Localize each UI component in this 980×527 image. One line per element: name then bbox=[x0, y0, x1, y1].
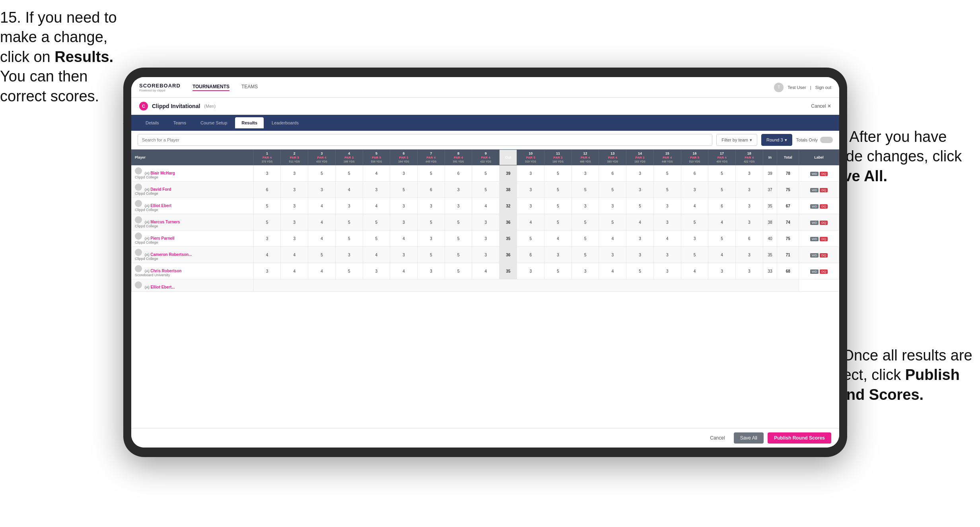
wd-label[interactable]: WD bbox=[810, 172, 819, 176]
wd-label[interactable]: WD bbox=[810, 188, 819, 192]
hole-11-score[interactable]: 5 bbox=[544, 263, 572, 279]
dq-label[interactable]: DQ bbox=[820, 237, 828, 241]
hole-4-score[interactable]: 5 bbox=[335, 263, 363, 279]
hole-11-score[interactable]: 3 bbox=[544, 247, 572, 263]
hole-14-score[interactable]: 3 bbox=[626, 165, 654, 182]
hole-12-score[interactable]: 5 bbox=[572, 214, 599, 231]
hole-10-score[interactable]: 3 bbox=[517, 198, 544, 214]
hole-6-score[interactable]: 4 bbox=[390, 231, 418, 247]
hole-6-score[interactable]: 3 bbox=[390, 198, 418, 214]
hole-14-score[interactable]: 4 bbox=[626, 214, 654, 231]
hole-17-score[interactable]: 3 bbox=[708, 263, 736, 279]
hole-14-score[interactable]: 5 bbox=[626, 263, 654, 279]
totals-toggle-switch[interactable] bbox=[820, 137, 833, 143]
hole-16-score[interactable]: 5 bbox=[681, 214, 708, 231]
wd-label[interactable]: WD bbox=[810, 253, 819, 258]
hole-14-score[interactable]: 3 bbox=[626, 247, 654, 263]
signout-link[interactable]: Sign out bbox=[815, 85, 831, 90]
hole-12-score[interactable]: 3 bbox=[572, 263, 599, 279]
cancel-button[interactable]: Cancel bbox=[705, 433, 729, 443]
hole-11-score[interactable]: 4 bbox=[544, 231, 572, 247]
hole-8-score[interactable]: 6 bbox=[445, 165, 472, 182]
wd-label[interactable]: WD bbox=[810, 237, 819, 241]
hole-12-score[interactable]: 3 bbox=[572, 165, 599, 182]
hole-9-score[interactable]: 3 bbox=[472, 231, 500, 247]
hole-1-score[interactable]: 5 bbox=[253, 198, 281, 214]
round-selector-button[interactable]: Round 3 ▾ bbox=[761, 134, 792, 146]
hole-8-score[interactable]: 5 bbox=[445, 214, 472, 231]
hole-2-score[interactable]: 3 bbox=[281, 214, 308, 231]
hole-4-score[interactable]: 3 bbox=[335, 247, 363, 263]
hole-1-score[interactable]: 5 bbox=[253, 214, 281, 231]
hole-3-score[interactable]: 4 bbox=[308, 263, 336, 279]
hole-8-score[interactable]: 5 bbox=[445, 247, 472, 263]
hole-13-score[interactable]: 3 bbox=[599, 198, 626, 214]
hole-17-score[interactable]: 5 bbox=[708, 182, 736, 198]
hole-6-score[interactable]: 3 bbox=[390, 165, 418, 182]
hole-10-score[interactable]: 3 bbox=[517, 165, 544, 182]
hole-13-score[interactable]: 3 bbox=[599, 247, 626, 263]
hole-16-score[interactable]: 4 bbox=[681, 198, 708, 214]
hole-10-score[interactable]: 6 bbox=[517, 247, 544, 263]
hole-1-score[interactable]: 3 bbox=[253, 231, 281, 247]
hole-12-score[interactable]: 5 bbox=[572, 247, 599, 263]
hole-9-score[interactable]: 4 bbox=[472, 198, 500, 214]
hole-17-score[interactable]: 4 bbox=[708, 214, 736, 231]
hole-3-score[interactable]: 4 bbox=[308, 214, 336, 231]
hole-17-score[interactable]: 5 bbox=[708, 231, 736, 247]
hole-3-score[interactable]: 3 bbox=[308, 182, 336, 198]
hole-12-score[interactable]: 5 bbox=[572, 231, 599, 247]
hole-4-score[interactable]: 5 bbox=[335, 165, 363, 182]
hole-15-score[interactable]: 3 bbox=[653, 263, 681, 279]
hole-7-score[interactable]: 5 bbox=[417, 214, 445, 231]
hole-5-score[interactable]: 4 bbox=[363, 247, 390, 263]
tab-results[interactable]: Results bbox=[235, 117, 264, 128]
hole-5-score[interactable]: 5 bbox=[363, 231, 390, 247]
hole-15-score[interactable]: 3 bbox=[653, 214, 681, 231]
hole-7-score[interactable]: 5 bbox=[417, 247, 445, 263]
hole-7-score[interactable]: 5 bbox=[417, 165, 445, 182]
hole-18-score[interactable]: 3 bbox=[735, 247, 763, 263]
hole-6-score[interactable]: 3 bbox=[390, 247, 418, 263]
hole-12-score[interactable]: 5 bbox=[572, 182, 599, 198]
hole-15-score[interactable]: 4 bbox=[653, 231, 681, 247]
hole-11-score[interactable]: 5 bbox=[544, 182, 572, 198]
hole-11-score[interactable]: 5 bbox=[544, 198, 572, 214]
wd-label[interactable]: WD bbox=[810, 204, 819, 209]
hole-17-score[interactable]: 6 bbox=[708, 198, 736, 214]
hole-15-score[interactable]: 5 bbox=[653, 165, 681, 182]
hole-9-score[interactable]: 5 bbox=[472, 182, 500, 198]
hole-7-score[interactable]: 3 bbox=[417, 198, 445, 214]
hole-11-score[interactable]: 5 bbox=[544, 214, 572, 231]
hole-2-score[interactable]: 3 bbox=[281, 165, 308, 182]
hole-8-score[interactable]: 3 bbox=[445, 198, 472, 214]
hole-14-score[interactable]: 3 bbox=[626, 231, 654, 247]
nav-link-teams[interactable]: TEAMS bbox=[241, 84, 258, 91]
hole-10-score[interactable]: 5 bbox=[517, 231, 544, 247]
hole-3-score[interactable]: 5 bbox=[308, 165, 336, 182]
hole-4-score[interactable]: 3 bbox=[335, 198, 363, 214]
hole-5-score[interactable]: 3 bbox=[363, 263, 390, 279]
hole-13-score[interactable]: 5 bbox=[599, 214, 626, 231]
hole-2-score[interactable]: 3 bbox=[281, 231, 308, 247]
hole-15-score[interactable]: 3 bbox=[653, 198, 681, 214]
hole-9-score[interactable]: 3 bbox=[472, 247, 500, 263]
dq-label[interactable]: DQ bbox=[820, 221, 828, 225]
hole-9-score[interactable]: 3 bbox=[472, 214, 500, 231]
hole-5-score[interactable]: 3 bbox=[363, 182, 390, 198]
hole-2-score[interactable]: 3 bbox=[281, 182, 308, 198]
cancel-tournament-button[interactable]: Cancel ✕ bbox=[811, 103, 831, 109]
hole-4-score[interactable]: 5 bbox=[335, 214, 363, 231]
hole-15-score[interactable]: 3 bbox=[653, 247, 681, 263]
wd-label[interactable]: WD bbox=[810, 221, 819, 225]
tab-course-setup[interactable]: Course Setup bbox=[194, 117, 233, 128]
hole-14-score[interactable]: 3 bbox=[626, 182, 654, 198]
tab-leaderboards[interactable]: Leaderboards bbox=[265, 117, 305, 128]
hole-18-score[interactable]: 6 bbox=[735, 231, 763, 247]
nav-link-tournaments[interactable]: TOURNAMENTS bbox=[192, 84, 229, 91]
hole-16-score[interactable]: 3 bbox=[681, 231, 708, 247]
hole-6-score[interactable]: 4 bbox=[390, 263, 418, 279]
hole-7-score[interactable]: 3 bbox=[417, 231, 445, 247]
dq-label[interactable]: DQ bbox=[820, 188, 828, 192]
hole-4-score[interactable]: 5 bbox=[335, 231, 363, 247]
